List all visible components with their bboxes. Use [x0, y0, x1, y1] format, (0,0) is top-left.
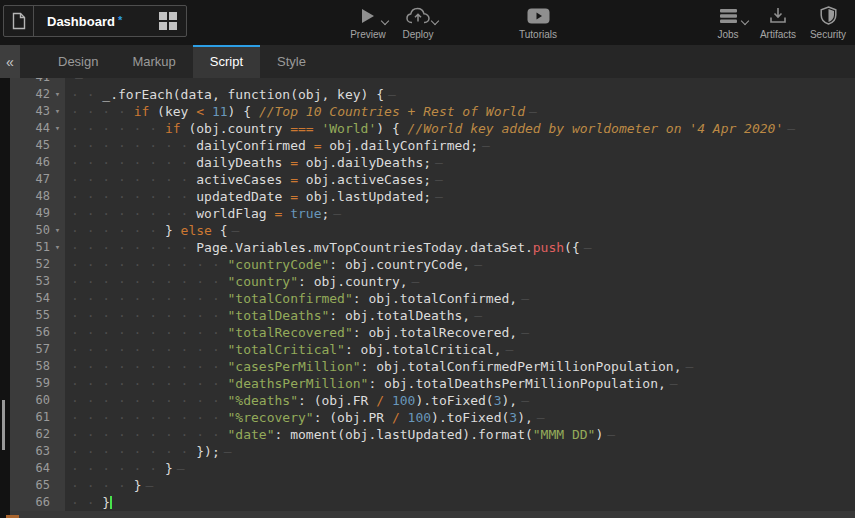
- code-line-text[interactable]: · · · · · · · · dailyDeaths = obj.dailyD…: [65, 154, 855, 171]
- tab-markup[interactable]: Markup: [115, 45, 192, 78]
- code-line-text[interactable]: · · · · · · · · · · "date": moment(obj.l…: [65, 426, 855, 443]
- tab-script[interactable]: Script: [193, 45, 260, 78]
- code-line-text[interactable]: · · · · · · · · updatedDate = obj.lastUp…: [65, 188, 855, 205]
- code-line[interactable]: 46· · · · · · · · dailyDeaths = obj.dail…: [10, 154, 855, 171]
- security-button[interactable]: Security: [803, 5, 853, 40]
- tutorials-button[interactable]: Tutorials: [513, 5, 563, 40]
- fold-toggle-icon[interactable]: ▾: [50, 120, 65, 137]
- code-line[interactable]: 51▾· · · · · · · · Page.Variables.mvTopC…: [10, 239, 855, 256]
- fold-toggle-icon[interactable]: ▾: [50, 239, 65, 256]
- preview-button[interactable]: Preview: [343, 5, 393, 40]
- jobs-button[interactable]: Jobs: [703, 5, 753, 40]
- jobs-label: Jobs: [717, 29, 738, 40]
- code-line[interactable]: 61· · · · · · · · · · "%recovery": (obj.…: [10, 409, 855, 426]
- code-line[interactable]: 50▾· · · · · · } else {–: [10, 222, 855, 239]
- code-line[interactable]: 43▾· · · · if (key < 11) { //Top 10 Coun…: [10, 103, 855, 120]
- code-line[interactable]: 44▾· · · · · · if (obj.country === 'Worl…: [10, 120, 855, 137]
- code-line-text[interactable]: · · · · · · · · · · "totalCritical": obj…: [65, 341, 855, 358]
- horizontal-scrollbar-track[interactable]: [10, 511, 855, 518]
- page-title[interactable]: Dashboard*: [34, 14, 155, 29]
- line-number: 47: [10, 171, 50, 188]
- code-line-text[interactable]: · · · · · · · · dailyConfirmed = obj.dai…: [65, 137, 855, 154]
- chevron-down-icon[interactable]: [741, 17, 749, 25]
- code-line-text[interactable]: · · · · · · · · · · "country": obj.count…: [65, 273, 855, 290]
- deploy-button[interactable]: Deploy: [393, 5, 443, 40]
- code-line-text[interactable]: · · · · · · · · · · "countryCode": obj.c…: [65, 256, 855, 273]
- code-line-text[interactable]: · · · · · · · · · · "totalConfirmed": ob…: [65, 290, 855, 307]
- code-line-text[interactable]: · · · · · · if (obj.country === 'World')…: [65, 120, 855, 137]
- code-line-text[interactable]: · · · · · · }–: [65, 460, 855, 477]
- code-line[interactable]: 65· · · · }–: [10, 477, 855, 494]
- code-line[interactable]: 63· · · · · · · · });–: [10, 443, 855, 460]
- script-editor[interactable]: 41–42▾· · _.forEach(data, function(obj, …: [0, 78, 855, 518]
- code-line-text[interactable]: · · · · · · } else {–: [65, 222, 855, 239]
- fold-toggle-icon[interactable]: ▾: [50, 86, 65, 103]
- line-number: 51: [10, 239, 50, 256]
- fold-toggle-icon[interactable]: ▾: [50, 103, 65, 120]
- fold-gutter: [50, 392, 65, 409]
- code-line[interactable]: 42▾· · _.forEach(data, function(obj, key…: [10, 86, 855, 103]
- code-line[interactable]: 47· · · · · · · · activeCases = obj.acti…: [10, 171, 855, 188]
- code-line-text[interactable]: · · · · · · · · · · "%recovery": (obj.PR…: [65, 409, 855, 426]
- vertical-scrollbar-thumb[interactable]: [2, 400, 5, 450]
- code-line[interactable]: 54· · · · · · · · · · "totalConfirmed": …: [10, 290, 855, 307]
- code-line[interactable]: 55· · · · · · · · · · "totalDeaths": obj…: [10, 307, 855, 324]
- fold-toggle-icon[interactable]: ▾: [50, 222, 65, 239]
- code-line[interactable]: 59· · · · · · · · · · "deathsPerMillion"…: [10, 375, 855, 392]
- code-token: : obj.totalConfirmedPerMillionPopulation…: [361, 359, 682, 374]
- tab-style[interactable]: Style: [260, 45, 323, 78]
- code-line[interactable]: 64· · · · · · }–: [10, 460, 855, 477]
- chevron-down-icon[interactable]: [431, 17, 439, 25]
- code-line-text[interactable]: · · · · · · · · activeCases = obj.active…: [65, 171, 855, 188]
- tab-design[interactable]: Design: [41, 45, 115, 78]
- artifacts-button[interactable]: Artifacts: [753, 5, 803, 40]
- video-icon: [527, 5, 550, 26]
- code-line-text[interactable]: · · · · · · · · · · "%deaths": (obj.FR /…: [65, 392, 855, 409]
- chevron-down-icon[interactable]: [381, 17, 389, 25]
- code-token: }: [165, 223, 181, 238]
- code-line[interactable]: 66· · }: [10, 494, 855, 511]
- line-end-mark: –: [75, 78, 83, 85]
- collapse-panel-button[interactable]: «: [0, 45, 20, 78]
- code-line[interactable]: 62· · · · · · · · · · "date": moment(obj…: [10, 426, 855, 443]
- code-token: "casesPerMillion": [228, 359, 361, 374]
- line-number: 48: [10, 188, 50, 205]
- code-line-text[interactable]: · · · · · · · · · · "casesPerMillion": o…: [65, 358, 855, 375]
- page-file-button[interactable]: [4, 5, 34, 37]
- code-line[interactable]: 41–: [10, 78, 855, 86]
- code-line[interactable]: 45· · · · · · · · dailyConfirmed = obj.d…: [10, 137, 855, 154]
- whitespace-dots: · · · · · · · ·: [71, 444, 196, 459]
- whitespace-dots: · ·: [71, 87, 102, 102]
- code-line-text[interactable]: · · · · · · · · worldFlag = true;–: [65, 205, 855, 222]
- whitespace-dots: · · · · · ·: [71, 121, 165, 136]
- code-line[interactable]: 58· · · · · · · · · · "casesPerMillion":…: [10, 358, 855, 375]
- code-line[interactable]: 53· · · · · · · · · · "country": obj.cou…: [10, 273, 855, 290]
- code-line[interactable]: 52· · · · · · · · · · "countryCode": obj…: [10, 256, 855, 273]
- code-line[interactable]: 56· · · · · · · · · · "totalRecovered": …: [10, 324, 855, 341]
- code-line-text[interactable]: · · _.forEach(data, function(obj, key) {…: [65, 86, 855, 103]
- code-line[interactable]: 60· · · · · · · · · · "%deaths": (obj.FR…: [10, 392, 855, 409]
- pages-grid-icon[interactable]: [159, 12, 177, 30]
- code-line-text[interactable]: · · }: [65, 494, 855, 511]
- code-line-text[interactable]: –: [65, 78, 855, 86]
- line-number: 59: [10, 375, 50, 392]
- whitespace-dots: · · · · · · · · · ·: [71, 274, 228, 289]
- deploy-label: Deploy: [402, 29, 433, 40]
- fold-gutter: [50, 409, 65, 426]
- code-line-text[interactable]: · · · · · · · · });–: [65, 443, 855, 460]
- code-line-text[interactable]: · · · · · · · · Page.Variables.mvTopCoun…: [65, 239, 855, 256]
- code-line-text[interactable]: · · · · · · · · · · "deathsPerMillion": …: [65, 375, 855, 392]
- code-line[interactable]: 49· · · · · · · · worldFlag = true;–: [10, 205, 855, 222]
- code-token: ),: [502, 393, 518, 408]
- code-line-text[interactable]: · · · · if (key < 11) { //Top 10 Countri…: [65, 103, 855, 120]
- code-line-text[interactable]: · · · · }–: [65, 477, 855, 494]
- code-token: ): [595, 427, 603, 442]
- code-line-text[interactable]: · · · · · · · · · · "totalRecovered": ob…: [65, 324, 855, 341]
- code-line[interactable]: 48· · · · · · · · updatedDate = obj.last…: [10, 188, 855, 205]
- code-line-text[interactable]: · · · · · · · · · · "totalDeaths": obj.t…: [65, 307, 855, 324]
- fold-gutter: [50, 273, 65, 290]
- code-line[interactable]: 57· · · · · · · · · · "totalCritical": o…: [10, 341, 855, 358]
- line-number: 49: [10, 205, 50, 222]
- page-selector[interactable]: Dashboard*: [3, 5, 187, 37]
- fold-gutter: [50, 494, 65, 511]
